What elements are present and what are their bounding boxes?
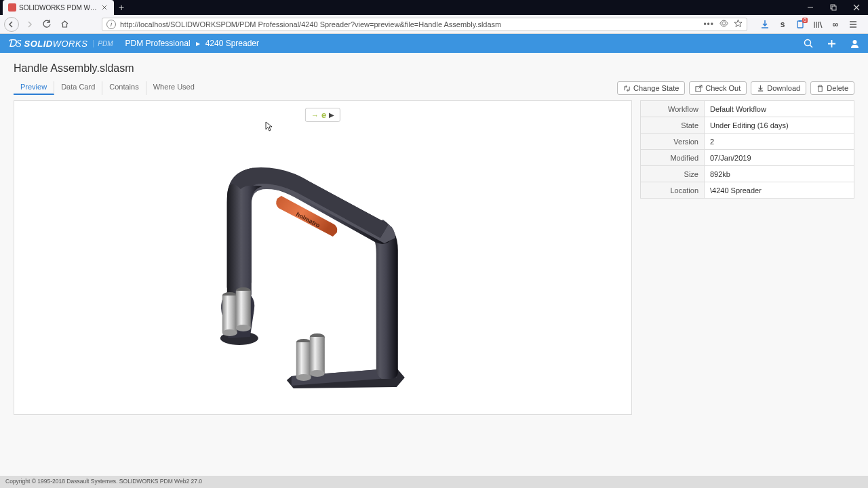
tab-contains[interactable]: Contains	[102, 81, 146, 95]
home-button[interactable]	[57, 17, 72, 32]
browser-navbar: i http://localhost/SOLIDWORKSPDM/PDM Pro…	[0, 15, 868, 34]
edrawings-arrow-icon: →	[311, 111, 319, 119]
ext-infinity-icon[interactable]: ∞	[830, 19, 841, 30]
tab-title: SOLIDWORKS PDM Web2 - PDM P	[19, 4, 98, 12]
reader-mode-icon[interactable]	[719, 19, 728, 30]
prop-row: Version2	[641, 134, 854, 150]
tab-data-card[interactable]: Data Card	[54, 81, 102, 95]
user-icon[interactable]	[849, 38, 860, 49]
download-button[interactable]: Download	[751, 81, 806, 95]
svg-rect-13	[236, 291, 251, 328]
browser-tab[interactable]: SOLIDWORKS PDM Web2 - PDM P	[3, 0, 114, 15]
prop-row: StateUnder Editing (16 days)	[641, 117, 854, 134]
breadcrumb-item[interactable]: PDM Professional	[125, 39, 191, 48]
library-icon[interactable]	[812, 19, 823, 30]
file-title: Handle Assembly.sldasm	[14, 62, 854, 75]
svg-point-4	[804, 39, 810, 45]
page-content: Handle Assembly.sldasm Preview Data Card…	[0, 53, 868, 476]
svg-rect-16	[296, 342, 311, 378]
svg-rect-3	[799, 20, 802, 22]
svg-point-11	[222, 329, 237, 336]
edrawings-badge[interactable]: → e ▶	[305, 108, 340, 122]
back-button[interactable]	[4, 17, 19, 32]
svg-rect-19	[310, 337, 325, 373]
bookmark-icon[interactable]	[734, 19, 743, 30]
app-logo: ƊS SOLIDWORKS PDM	[8, 37, 113, 49]
svg-point-20	[310, 370, 325, 377]
minimize-button[interactable]	[799, 0, 822, 15]
breadcrumb: PDM Professional ▸ 4240 Spreader	[125, 39, 259, 48]
forward-button[interactable]	[22, 17, 37, 32]
new-tab-button[interactable]: +	[114, 0, 129, 15]
svg-rect-10	[222, 296, 237, 333]
tab-preview[interactable]: Preview	[14, 81, 54, 95]
ext-s-icon[interactable]: s	[777, 19, 788, 30]
footer: Copyright © 1995-2018 Dassault Systemes.…	[0, 476, 868, 488]
delete-button[interactable]: Delete	[810, 81, 854, 95]
window-controls	[799, 0, 868, 15]
check-out-button[interactable]: Check Out	[689, 81, 747, 95]
change-state-button[interactable]: Change State	[617, 81, 685, 95]
browser-titlebar: SOLIDWORKS PDM Web2 - PDM P +	[0, 0, 868, 15]
action-bar: Change State Check Out Download Delete	[617, 81, 854, 95]
breadcrumb-item[interactable]: 4240 Spreader	[205, 39, 259, 48]
url-text: http://localhost/SOLIDWORKSPDM/PDM Profe…	[120, 20, 501, 28]
page-actions-icon[interactable]: •••	[703, 20, 714, 29]
cursor-icon	[265, 121, 273, 132]
tab-where-used[interactable]: Where Used	[146, 81, 201, 95]
search-icon[interactable]	[803, 38, 814, 49]
app-header: ƊS SOLIDWORKS PDM PDM Professional ▸ 424…	[0, 34, 868, 53]
edrawings-e-icon: e	[321, 110, 326, 120]
detail-tabs: Preview Data Card Contains Where Used	[14, 81, 201, 95]
site-info-icon[interactable]: i	[106, 20, 116, 29]
svg-point-14	[236, 325, 251, 331]
prop-row: Location\4240 Spreader	[641, 182, 854, 199]
edrawings-play-icon: ▶	[329, 111, 334, 119]
svg-rect-1	[832, 6, 836, 10]
svg-point-5	[852, 40, 856, 44]
add-icon[interactable]	[826, 38, 837, 49]
model-preview: holmatro	[214, 135, 424, 392]
properties-table: WorkflowDefault Workflow StateUnder Edit…	[640, 100, 854, 199]
close-button[interactable]	[845, 0, 868, 15]
tab-favicon	[8, 3, 16, 12]
ext-clip-icon[interactable]: 0	[795, 19, 806, 30]
svg-point-17	[296, 374, 311, 381]
menu-icon[interactable]	[848, 19, 859, 30]
preview-pane[interactable]: → e ▶	[14, 100, 632, 415]
tab-close-icon[interactable]	[100, 3, 108, 12]
downloads-icon[interactable]	[760, 19, 770, 30]
breadcrumb-separator: ▸	[196, 39, 200, 48]
prop-row: Size892kb	[641, 166, 854, 182]
prop-row: Modified07/Jan/2019	[641, 150, 854, 166]
prop-row: WorkflowDefault Workflow	[641, 101, 854, 117]
maximize-button[interactable]	[822, 0, 845, 15]
url-bar[interactable]: i http://localhost/SOLIDWORKSPDM/PDM Pro…	[102, 18, 747, 31]
properties-panel: WorkflowDefault Workflow StateUnder Edit…	[640, 100, 854, 476]
reload-button[interactable]	[39, 17, 54, 32]
